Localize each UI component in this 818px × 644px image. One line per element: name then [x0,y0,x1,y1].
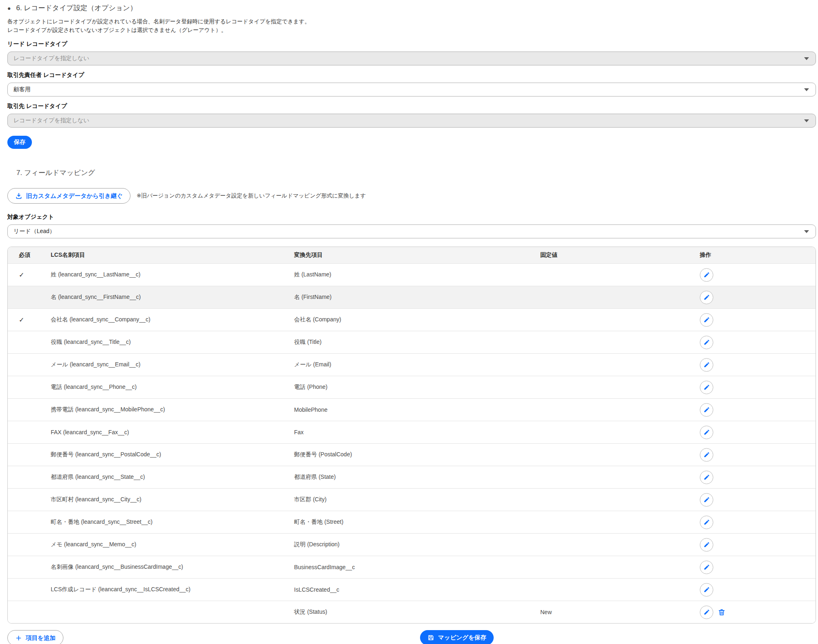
table-row: メモ (leancard_sync__Memo__c) 説明 (Descript… [8,533,816,556]
lcs-field-cell: 名刺画像 (leancard_sync__BusinessCardImage__… [40,563,283,571]
pencil-icon [703,429,710,435]
description-line: レコードタイプが設定されていないオブジェクトは選択できません（グレーアウト）。 [7,26,816,34]
section-bullet-icon: ● [7,5,11,11]
chevron-down-icon [804,88,809,91]
lead-record-type-label: リード レコードタイプ [7,40,816,48]
lcs-field-cell: 市区町村 (leancard_sync__City__c) [40,496,283,503]
edit-button[interactable] [700,493,713,507]
target-field-cell: 姓 (LastName) [283,271,529,278]
edit-button[interactable] [700,471,713,484]
lcs-field-cell: 電話 (leancard_sync__Phone__c) [40,384,283,391]
column-header-required: 必須 [8,251,40,259]
save-icon [427,634,434,641]
target-field-cell: 状況 (Status) [283,608,529,616]
pencil-icon [703,474,710,480]
target-field-cell: 郵便番号 (PostalCode) [283,451,529,458]
table-row: FAX (leancard_sync__Fax__c) Fax [8,421,816,443]
edit-button[interactable] [700,516,713,529]
column-header-target-field: 変換先項目 [283,251,529,259]
table-row: 市区町村 (leancard_sync__City__c) 市区郡 (City) [8,488,816,511]
edit-button[interactable] [700,313,713,327]
add-field-button[interactable]: 項目を追加 [7,630,63,644]
lead-record-type-select: レコードタイプを指定しない [7,52,816,65]
contact-record-type-select[interactable]: 顧客用 [7,83,816,96]
download-icon [15,192,22,200]
pencil-icon [703,541,710,548]
lcs-field-cell: 郵便番号 (leancard_sync__PostalCode__c) [40,451,283,458]
column-header-actions: 操作 [689,251,816,259]
table-row: 都道府県 (leancard_sync__State__c) 都道府県 (Sta… [8,466,816,488]
fixed-value-cell: New [529,609,689,615]
lead-record-type-value: レコードタイプを指定しない [13,55,89,62]
lcs-field-cell: 町名・番地 (leancard_sync__Street__c) [40,518,283,526]
table-row: LCS作成レコード (leancard_sync__IsLCSCreated__… [8,578,816,601]
pencil-icon [703,586,710,593]
lcs-field-cell: 姓 (leancard_sync__LastName__c) [40,271,283,278]
lcs-field-cell: LCS作成レコード (leancard_sync__IsLCSCreated__… [40,586,283,593]
pencil-icon [703,272,710,278]
lcs-field-cell: 都道府県 (leancard_sync__State__c) [40,473,283,481]
table-row: 状況 (Status) New [8,601,816,623]
plus-icon [15,635,22,642]
edit-button[interactable] [700,538,713,552]
target-field-cell: MobilePhone [283,406,529,413]
migrate-button-label: 旧カスタムメタデータから引き継ぐ [26,192,123,200]
save-mapping-button-label: マッピングを保存 [438,634,486,642]
description-line: 各オブジェクトにレコードタイプが設定されている場合、名刺データ登録時に使用するレ… [7,17,816,26]
target-field-cell: 説明 (Description) [283,541,529,548]
edit-button[interactable] [700,291,713,304]
pencil-icon [703,339,710,346]
table-header-row: 必須 LCS名刺項目 変換先項目 固定値 操作 [8,247,816,263]
edit-button[interactable] [700,606,713,619]
target-field-cell: 都道府県 (State) [283,473,529,481]
pencil-icon [703,406,710,413]
edit-button[interactable] [700,268,713,282]
delete-button[interactable] [717,608,726,617]
pencil-icon [703,294,710,301]
chevron-down-icon [804,119,809,122]
edit-button[interactable] [700,583,713,597]
required-check-icon: ✓ [19,272,24,278]
column-header-lcs-field: LCS名刺項目 [40,251,283,259]
lcs-field-cell: 役職 (leancard_sync__Title__c) [40,339,283,346]
edit-button[interactable] [700,381,713,394]
migrate-legacy-metadata-button[interactable]: 旧カスタムメタデータから引き継ぐ [7,188,130,204]
target-field-cell: Fax [283,429,529,435]
save-record-types-button[interactable]: 保存 [7,136,32,149]
lcs-field-cell: FAX (leancard_sync__Fax__c) [40,429,283,435]
trash-icon [718,608,726,616]
contact-record-type-value: 顧客用 [13,86,31,93]
account-record-type-label: 取引先 レコードタイプ [7,103,816,110]
section6-title: 6. レコードタイプ設定（オプション） [16,3,137,13]
table-row: 携帯電話 (leancard_sync__MobilePhone__c) Mob… [8,398,816,421]
table-row: ✓ 姓 (leancard_sync__LastName__c) 姓 (Last… [8,263,816,286]
pencil-icon [703,451,710,458]
edit-button[interactable] [700,358,713,372]
lcs-field-cell: メモ (leancard_sync__Memo__c) [40,541,283,548]
save-mapping-button[interactable]: マッピングを保存 [420,630,494,644]
edit-button[interactable] [700,426,713,439]
migrate-note: ※旧バージョンのカスタムメタデータ設定を新しいフィールドマッピング形式に変換しま… [137,192,366,200]
add-field-button-label: 項目を追加 [26,634,56,642]
edit-button[interactable] [700,448,713,462]
target-object-value: リード（Lead） [13,228,55,235]
target-field-cell: 会社名 (Company) [283,316,529,323]
account-record-type-value: レコードタイプを指定しない [13,117,89,124]
table-row: ✓ 会社名 (leancard_sync__Company__c) 会社名 (C… [8,308,816,331]
edit-button[interactable] [700,403,713,417]
target-object-label: 対象オブジェクト [7,213,816,221]
table-row: 町名・番地 (leancard_sync__Street__c) 町名・番地 (… [8,511,816,533]
section6-heading: ● 6. レコードタイプ設定（オプション） [7,3,816,13]
table-row: 役職 (leancard_sync__Title__c) 役職 (Title) [8,331,816,353]
section7-title: 7. フィールドマッピング [16,168,816,177]
target-field-cell: 電話 (Phone) [283,384,529,391]
pencil-icon [703,519,710,525]
edit-button[interactable] [700,561,713,574]
target-field-cell: 市区郡 (City) [283,496,529,503]
mapping-table-body: ✓ 姓 (leancard_sync__LastName__c) 姓 (Last… [8,263,816,623]
target-field-cell: IsLCSCreated__c [283,586,529,593]
target-object-select[interactable]: リード（Lead） [7,224,816,238]
edit-button[interactable] [700,336,713,349]
field-mapping-table: 必須 LCS名刺項目 変換先項目 固定値 操作 ✓ 姓 (leancard_sy… [7,247,816,624]
target-field-cell: 名 (FirstName) [283,294,529,301]
